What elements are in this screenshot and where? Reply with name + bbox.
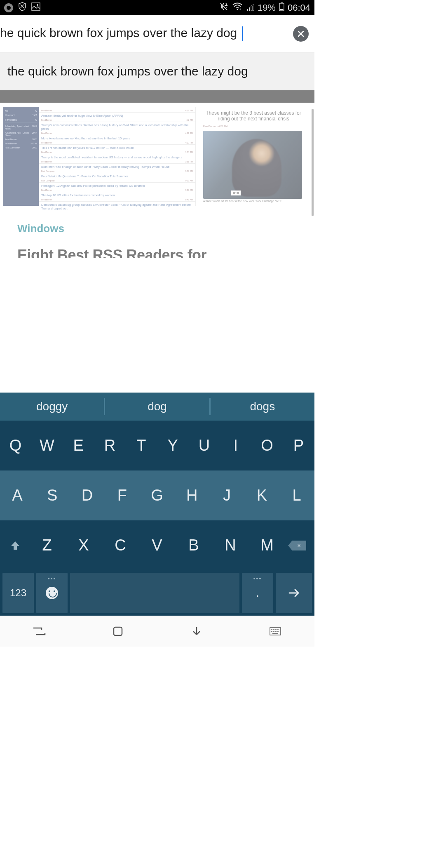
url-text: he quick brown fox jumps over the lazy d… [0,26,237,40]
key-h[interactable]: H [175,487,210,504]
kb-row-2: A S D F G H J K L [0,470,314,520]
preview-title: These might be the 3 best asset classes … [203,107,304,123]
svg-rect-5 [281,2,283,3]
space-key[interactable] [70,573,239,613]
status-left [4,2,40,14]
back-button[interactable] [187,621,206,641]
key-j[interactable]: J [210,487,245,504]
image-icon [31,2,40,13]
key-s[interactable]: S [35,487,70,504]
enter-key[interactable] [276,573,312,613]
key-a[interactable]: A [0,487,35,504]
page-header-bar [0,90,314,103]
svg-text:+: + [239,8,241,11]
article-headline: Eight Best RSS Readers for [17,247,297,258]
svg-rect-7 [114,627,122,635]
kb-row-3: Z X C V B N M × [0,520,314,570]
backspace-key[interactable]: × [286,541,313,550]
clock-time: 06:04 [288,2,310,13]
shift-key[interactable] [2,540,29,551]
preview-image: 018 [203,131,302,199]
url-bar: he quick brown fox jumps over the lazy d… [0,15,314,52]
dots-icon: ••• [253,575,262,582]
key-v[interactable]: V [139,536,176,554]
period-key[interactable]: ••• . [242,573,273,613]
feed-list: FeedBurner4:27 PM Amazon deals yet anoth… [39,107,196,206]
key-n[interactable]: N [212,536,249,554]
status-right: + 19% 06:04 [219,2,310,14]
svg-rect-0 [32,3,40,10]
svg-point-2 [237,9,238,10]
preview-source: FeedBurner · 4:26 PM [203,125,304,127]
soft-keyboard: doggy dog dogs Q W E R T Y U I O P A S D… [0,393,314,616]
page-content: All0 Unread147 Favorites0 Advertising Ag… [0,90,314,393]
key-q[interactable]: Q [0,437,31,454]
key-r[interactable]: R [94,437,126,454]
scrollbar-thumb[interactable] [312,109,314,216]
kb-row-4: 123 ••• ••• . [0,570,314,616]
emoji-icon [46,587,58,599]
battery-percent: 19% [258,2,276,13]
key-b[interactable]: B [176,536,212,554]
key-m[interactable]: M [249,536,286,554]
key-i[interactable]: I [220,437,251,454]
key-c[interactable]: C [102,536,139,554]
kb-suggestion[interactable]: dogs [211,400,314,413]
key-f[interactable]: F [105,487,140,504]
key-w[interactable]: W [31,437,63,454]
home-button[interactable] [108,621,128,641]
system-nav-bar [0,616,314,647]
key-d[interactable]: D [70,487,105,504]
dots-icon: ••• [48,575,56,582]
key-p[interactable]: P [283,437,314,454]
key-o[interactable]: O [251,437,283,454]
keyboard-switch-button[interactable] [265,621,285,641]
shield-icon [18,2,26,14]
feed-sidebar: All0 Unread147 Favorites0 Advertising Ag… [3,107,39,206]
keyboard-suggestions: doggy dog dogs [0,393,314,421]
record-indicator-icon [4,3,13,12]
clear-button[interactable] [293,26,309,42]
key-g[interactable]: G [140,487,175,504]
key-y[interactable]: Y [157,437,188,454]
key-x[interactable]: X [66,536,102,554]
kb-suggestion[interactable]: doggy [0,400,104,413]
svg-rect-6 [280,9,283,10]
key-t[interactable]: T [126,437,157,454]
kb-suggestion[interactable]: dog [105,400,209,413]
key-u[interactable]: U [189,437,220,454]
key-l[interactable]: L [279,487,314,504]
status-bar: + 19% 06:04 [0,0,314,15]
suggestion-text: the quick brown fox jumps over the lazy … [7,64,248,78]
numeric-key[interactable]: 123 [2,573,34,613]
svg-point-1 [37,4,38,6]
emoji-key[interactable]: ••• [36,573,68,613]
key-z[interactable]: Z [29,536,66,554]
url-input[interactable]: he quick brown fox jumps over the lazy d… [0,26,293,41]
article-category[interactable]: Windows [17,222,297,235]
signal-icon [246,2,254,13]
key-k[interactable]: K [244,487,279,504]
key-e[interactable]: E [63,437,94,454]
vibrate-icon [219,2,229,14]
recents-button[interactable] [29,621,49,641]
article-preview: These might be the 3 best asset classes … [196,107,311,206]
wifi-icon: + [232,2,243,13]
preview-caption: A trader works on the floor of the New Y… [203,200,304,202]
battery-icon [279,2,284,14]
text-cursor [242,26,243,41]
kb-row-1: Q W E R T Y U I O P [0,421,314,470]
image-badge: 018 [231,191,241,195]
search-suggestion[interactable]: the quick brown fox jumps over the lazy … [0,52,314,90]
